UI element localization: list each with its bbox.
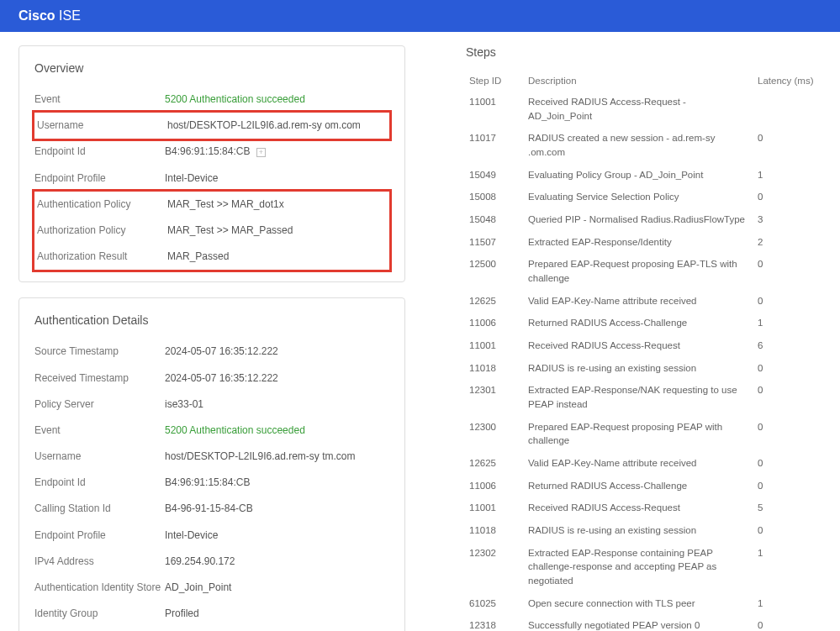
- steps-cell-latency: 0: [754, 186, 822, 208]
- steps-cell-stepid: 15049: [466, 164, 525, 187]
- details-row: Received Timestamp2024-05-07 16:35:12.22…: [34, 365, 389, 392]
- steps-row: 11006Returned RADIUS Access-Challenge0: [466, 475, 822, 497]
- right-column: Steps Step ID Description Latency (ms) 1…: [466, 45, 822, 631]
- overview-event-row: Event 5200 Authentication succeeded: [34, 87, 389, 113]
- overview-username-label: Username: [37, 118, 167, 134]
- overview-authzresult-label: Authorization Result: [37, 249, 167, 265]
- brand-light: ISE: [59, 8, 81, 23]
- steps-header-latency: Latency (ms): [754, 71, 822, 91]
- steps-cell-desc: RADIUS is re-using an existing session: [525, 357, 754, 380]
- details-rows-container: Source Timestamp2024-05-07 16:35:12.222R…: [34, 339, 389, 631]
- steps-row: 15048Queried PIP - Normalised Radius.Rad…: [466, 208, 822, 231]
- steps-row: 11507Extracted EAP-Response/Identity2: [466, 231, 822, 254]
- details-row-value: host/DESKTOP-L2IL9I6.ad.rem-sy tm.com: [165, 449, 389, 465]
- steps-cell-desc: Valid EAP-Key-Name attribute received: [525, 290, 754, 313]
- details-row-value: 5200 Authentication succeeded: [165, 423, 389, 439]
- details-row-label: Identity Group: [34, 606, 165, 622]
- steps-table: Step ID Description Latency (ms) 11001Re…: [466, 71, 822, 631]
- steps-header-desc: Description: [525, 71, 754, 91]
- steps-header-stepid: Step ID: [466, 71, 525, 91]
- steps-row: 61025Open secure connection with TLS pee…: [466, 592, 822, 615]
- steps-header-row: Step ID Description Latency (ms): [466, 71, 822, 91]
- steps-cell-desc: Open secure connection with TLS peer: [525, 592, 754, 615]
- steps-row: 11001Received RADIUS Access-Request - AD…: [466, 91, 822, 127]
- steps-cell-desc: Received RADIUS Access-Request - AD_Join…: [525, 91, 754, 127]
- details-row: Endpoint ProfileIntel-Device: [34, 523, 389, 549]
- steps-cell-desc: Extracted EAP-Response containing PEAP c…: [525, 542, 754, 592]
- steps-cell-desc: Prepared EAP-Request proposing PEAP with…: [525, 416, 754, 452]
- overview-endpointid-value: B4:96:91:15:84:CB +: [165, 144, 389, 160]
- overview-username-highlight: Username host/DESKTOP-L2IL9I6.ad.rem-sy …: [32, 110, 392, 141]
- overview-card: Overview Event 5200 Authentication succe…: [18, 45, 405, 282]
- details-row-value: 169.254.90.172: [165, 554, 389, 570]
- overview-title: Overview: [34, 61, 389, 75]
- details-row: Audit Session Id01C2006500000049AA780D80: [34, 627, 389, 631]
- details-row-value: ise33-01: [165, 397, 389, 413]
- overview-endpointid-label: Endpoint Id: [34, 144, 165, 160]
- top-banner: Cisco ISE: [0, 0, 840, 32]
- details-row-value: B4-96-91-15-84-CB: [165, 501, 389, 517]
- steps-row: 11001Received RADIUS Access-Request6: [466, 334, 822, 357]
- steps-cell-stepid: 12318: [466, 614, 525, 631]
- details-row-value: Intel-Device: [165, 528, 389, 544]
- details-row: Policy Serverise33-01: [34, 392, 389, 418]
- details-row-label: Calling Station Id: [34, 501, 165, 517]
- overview-authzpolicy-row: Authorization Policy MAR_Test >> MAR_Pas…: [34, 218, 389, 244]
- overview-authpolicy-row: Authentication Policy MAR_Test >> MAR_do…: [34, 192, 389, 218]
- steps-cell-desc: RADIUS created a new session - ad.rem-sy…: [525, 127, 754, 163]
- steps-cell-latency: 0: [754, 452, 822, 475]
- details-row: Event5200 Authentication succeeded: [34, 418, 389, 444]
- steps-cell-stepid: 12300: [466, 416, 525, 452]
- overview-event-value: 5200 Authentication succeeded: [165, 92, 389, 108]
- expand-plus-icon[interactable]: +: [256, 148, 266, 157]
- steps-row: 12318Successfully negotiated PEAP versio…: [466, 614, 822, 631]
- steps-cell-latency: 6: [754, 334, 822, 357]
- steps-row: 11001Received RADIUS Access-Request5: [466, 497, 822, 519]
- steps-cell-latency: 1: [754, 312, 822, 334]
- steps-cell-desc: Received RADIUS Access-Request: [525, 334, 754, 357]
- steps-cell-desc: Valid EAP-Key-Name attribute received: [525, 452, 754, 475]
- details-row-label: Policy Server: [34, 397, 165, 413]
- steps-cell-desc: Extracted EAP-Response/Identity: [525, 231, 754, 254]
- overview-authzpolicy-label: Authorization Policy: [37, 223, 167, 239]
- steps-row: 12625Valid EAP-Key-Name attribute receiv…: [466, 452, 822, 475]
- steps-cell-latency: 0: [754, 519, 822, 542]
- details-row: Identity GroupProfiled: [34, 601, 389, 627]
- steps-cell-desc: Evaluating Service Selection Policy: [525, 186, 754, 208]
- details-row: Source Timestamp2024-05-07 16:35:12.222: [34, 339, 389, 365]
- overview-username-value: host/DESKTOP-L2IL9I6.ad.rem-sy om.com: [167, 118, 387, 134]
- steps-cell-desc: Returned RADIUS Access-Challenge: [525, 312, 754, 334]
- overview-endpointprofile-value: Intel-Device: [165, 171, 389, 187]
- steps-row: 15008Evaluating Service Selection Policy…: [466, 186, 822, 208]
- steps-cell-stepid: 12625: [466, 452, 525, 475]
- steps-cell-stepid: 12301: [466, 379, 525, 415]
- details-row-value: 2024-05-07 16:35:12.222: [165, 344, 389, 360]
- steps-cell-stepid: 11507: [466, 231, 525, 254]
- steps-cell-latency: 1: [754, 542, 822, 592]
- steps-row: 11017RADIUS created a new session - ad.r…: [466, 127, 822, 163]
- steps-cell-stepid: 15048: [466, 208, 525, 231]
- steps-cell-desc: Prepared EAP-Request proposing EAP-TLS w…: [525, 253, 754, 289]
- steps-cell-desc: Extracted EAP-Response/NAK requesting to…: [525, 379, 754, 415]
- overview-authzresult-value: MAR_Passed: [167, 249, 387, 265]
- steps-cell-latency: 1: [754, 164, 822, 187]
- steps-cell-latency: 0: [754, 416, 822, 452]
- steps-cell-desc: Received RADIUS Access-Request: [525, 497, 754, 519]
- overview-username-row: Username host/DESKTOP-L2IL9I6.ad.rem-sy …: [34, 113, 389, 139]
- overview-endpointprofile-label: Endpoint Profile: [34, 171, 165, 187]
- steps-cell-latency: 0: [754, 379, 822, 415]
- steps-cell-latency: 5: [754, 497, 822, 519]
- overview-endpointid-row: Endpoint Id B4:96:91:15:84:CB +: [34, 139, 389, 165]
- steps-body: 11001Received RADIUS Access-Request - AD…: [466, 91, 822, 631]
- details-row-label: IPv4 Address: [34, 554, 165, 570]
- steps-cell-stepid: 12500: [466, 253, 525, 289]
- steps-cell-stepid: 61025: [466, 592, 525, 615]
- details-row: IPv4 Address169.254.90.172: [34, 549, 389, 575]
- overview-endpointprofile-row: Endpoint Profile Intel-Device: [34, 166, 389, 192]
- brand-bold: Cisco: [18, 8, 55, 23]
- steps-row: 12625Valid EAP-Key-Name attribute receiv…: [466, 290, 822, 313]
- details-row-value: Profiled: [165, 606, 389, 622]
- steps-cell-stepid: 15008: [466, 186, 525, 208]
- details-row-value: 2024-05-07 16:35:12.222: [165, 371, 389, 386]
- overview-event-label: Event: [34, 92, 165, 108]
